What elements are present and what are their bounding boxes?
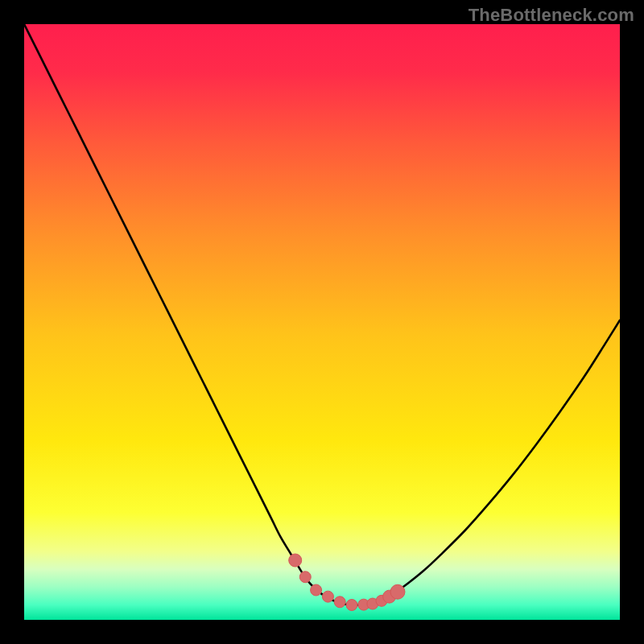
chart-canvas (24, 24, 620, 620)
curve-marker (299, 572, 311, 583)
curve-marker (289, 554, 302, 567)
gradient-background (24, 24, 620, 620)
curve-marker (322, 591, 333, 602)
black-frame: TheBottleneck.com (0, 0, 644, 644)
plot-area (24, 24, 620, 620)
curve-marker (390, 584, 405, 599)
watermark-text: TheBottleneck.com (469, 5, 634, 26)
curve-marker (346, 600, 357, 611)
curve-marker (311, 584, 322, 596)
curve-marker (334, 597, 345, 608)
